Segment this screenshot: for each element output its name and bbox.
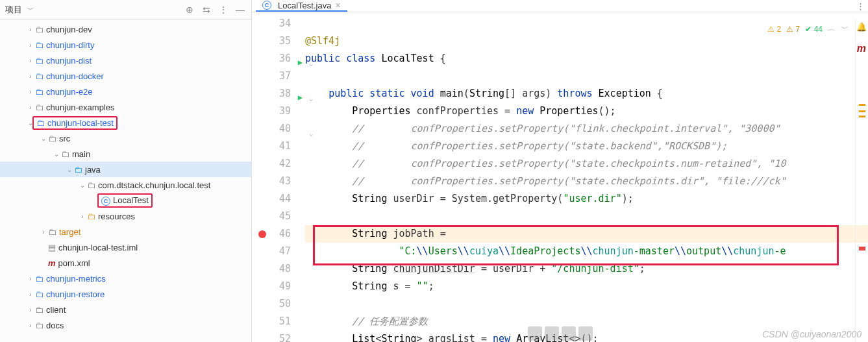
code-area[interactable]: 343536▶⌄3738▶⌄3940⌄414243444546474849505…: [252, 12, 868, 342]
tab-localtest[interactable]: C LocalTest.java ×: [256, 0, 347, 12]
tree-node[interactable]: ›🗀chunjun-metrics: [0, 271, 251, 286]
tree-node[interactable]: ›🗀resources: [0, 208, 251, 224]
line-number[interactable]: 39: [252, 103, 305, 120]
tree-node[interactable]: ›🗀chunjun-docker: [0, 68, 251, 84]
gutter[interactable]: 343536▶⌄3738▶⌄3940⌄414243444546474849505…: [252, 12, 305, 342]
error-badge[interactable]: ⚠ 2: [767, 25, 781, 34]
tab-more-icon[interactable]: ⋮: [852, 1, 868, 11]
tree-node[interactable]: ›🗀chunjun-e2e: [0, 84, 251, 99]
chevron-icon[interactable]: ›: [39, 228, 48, 236]
line-number[interactable]: 46: [252, 225, 305, 243]
tree-node[interactable]: ›🗀chunjun-restore: [0, 286, 251, 302]
code-line[interactable]: // confProperties.setProperty("state.che…: [305, 173, 868, 190]
line-number[interactable]: 41: [252, 138, 305, 155]
typo-badge[interactable]: ✔ 44: [805, 25, 823, 34]
line-number[interactable]: 35: [252, 32, 305, 50]
tree-node[interactable]: ⌄🗀chunjun-local-test: [0, 115, 251, 130]
code-line[interactable]: String userDir = System.getProperty("use…: [305, 190, 868, 208]
code-line[interactable]: public static void main(String[] args) t…: [305, 85, 868, 103]
marker[interactable]: [859, 104, 865, 106]
chevron-icon[interactable]: ›: [26, 57, 35, 64]
code-line[interactable]: // confProperties.setProperty("flink.che…: [305, 120, 868, 138]
chevron-icon[interactable]: ›: [26, 275, 35, 282]
chevron-icon[interactable]: ›: [26, 306, 35, 313]
tree-node[interactable]: ›🗀chunjun-dev: [0, 21, 251, 37]
line-number[interactable]: 48: [252, 260, 305, 278]
tree-node[interactable]: ▤chunjun-local-test.iml: [0, 239, 251, 255]
inspection-badges[interactable]: ⚠ 2 ⚠ 7 ✔ 44 ︿ ﹀: [767, 23, 849, 34]
tree-node[interactable]: ›🗀chunjun-dirty: [0, 37, 251, 53]
marker[interactable]: [859, 247, 865, 250]
chevron-icon[interactable]: ›: [26, 104, 35, 111]
tree-node[interactable]: ›🗀docs: [0, 317, 251, 333]
tree-node[interactable]: ›🗀chunjun-dist: [0, 53, 251, 68]
tree-node[interactable]: ⌄🗀java: [0, 162, 251, 177]
more-icon[interactable]: ⋮: [217, 4, 229, 16]
chevron-icon[interactable]: ⌄: [52, 151, 61, 158]
line-number[interactable]: 50: [252, 295, 305, 313]
chevron-icon[interactable]: ›: [26, 42, 35, 49]
minimize-icon[interactable]: —: [234, 4, 246, 16]
code-line[interactable]: // confProperties.setProperty("state.che…: [305, 155, 868, 173]
code-line[interactable]: String jobPath =: [305, 225, 868, 243]
chevron-icon[interactable]: ›: [26, 26, 35, 33]
chevron-icon[interactable]: ⌄: [65, 166, 74, 173]
warning-badge[interactable]: ⚠ 7: [786, 25, 800, 34]
chevron-icon[interactable]: ›: [26, 322, 35, 329]
code-line[interactable]: @Slf4j: [305, 32, 868, 50]
project-tree[interactable]: ›🗀chunjun-dev›🗀chunjun-dirty›🗀chunjun-di…: [0, 19, 251, 342]
tree-node[interactable]: mpom.xml: [0, 255, 251, 271]
tree-node[interactable]: ›🗀chunjun-examples: [0, 99, 251, 115]
line-number[interactable]: 42: [252, 155, 305, 173]
maven-icon[interactable]: m: [857, 43, 866, 55]
code-line[interactable]: String s = "";: [305, 278, 868, 295]
code-line[interactable]: [305, 208, 868, 225]
line-number[interactable]: 37: [252, 67, 305, 85]
tool-icon[interactable]: [545, 326, 559, 341]
line-number[interactable]: 38▶⌄: [252, 85, 305, 103]
tree-node[interactable]: CLocalTest: [0, 193, 251, 208]
code-line[interactable]: Properties confProperties = new Properti…: [305, 103, 868, 120]
chevron-icon[interactable]: ›: [26, 291, 35, 298]
line-number[interactable]: 44: [252, 190, 305, 208]
scroll-up-icon[interactable]: ︿: [828, 23, 836, 34]
code-line[interactable]: String chunjunDistDir = userDir + "/chun…: [305, 260, 868, 278]
line-number[interactable]: 40⌄: [252, 120, 305, 138]
tool-icon[interactable]: [528, 326, 542, 341]
tree-node[interactable]: ⌄🗀main: [0, 146, 251, 162]
chevron-icon[interactable]: ⌄: [78, 182, 87, 189]
chevron-down-icon[interactable]: ﹀: [27, 5, 34, 14]
bell-icon[interactable]: 🔔: [856, 22, 867, 32]
locate-icon[interactable]: ⊕: [184, 4, 195, 16]
code-line[interactable]: [305, 67, 868, 85]
marker[interactable]: [859, 110, 865, 112]
code-content[interactable]: @Slf4jpublic class LocalTest { public st…: [305, 12, 868, 342]
chevron-icon[interactable]: ⌄: [39, 135, 48, 142]
breakpoint-icon[interactable]: [258, 230, 266, 238]
line-number[interactable]: 51: [252, 313, 305, 330]
chevron-icon[interactable]: ›: [78, 213, 87, 220]
line-number[interactable]: 49: [252, 278, 305, 295]
tree-node[interactable]: ›🗀client: [0, 302, 251, 317]
chevron-icon[interactable]: ›: [26, 88, 35, 95]
code-line[interactable]: "C:\\Users\\cuiya\\IdeaProjects\\chunjun…: [305, 243, 868, 260]
tree-node[interactable]: ⌄🗀com.dtstack.chunjun.local.test: [0, 177, 251, 193]
line-number[interactable]: 36▶⌄: [252, 50, 305, 67]
close-icon[interactable]: ×: [335, 0, 340, 10]
line-number[interactable]: 52: [252, 330, 305, 342]
line-number[interactable]: 34: [252, 15, 305, 32]
line-number[interactable]: 47: [252, 243, 305, 260]
tool-icon[interactable]: [578, 326, 593, 341]
chevron-icon[interactable]: ›: [26, 73, 35, 80]
tree-node[interactable]: ›🗀target: [0, 224, 251, 239]
code-line[interactable]: // confProperties.setProperty("state.bac…: [305, 138, 868, 155]
code-line[interactable]: [305, 295, 868, 313]
collapse-icon[interactable]: ⇆: [201, 4, 212, 16]
line-number[interactable]: 43: [252, 173, 305, 190]
line-number[interactable]: 45: [252, 208, 305, 225]
marker[interactable]: [859, 116, 865, 117]
code-line[interactable]: public class LocalTest {: [305, 50, 868, 67]
tool-icon[interactable]: [562, 326, 576, 341]
tree-node[interactable]: ⌄🗀src: [0, 130, 251, 146]
scroll-down-icon[interactable]: ﹀: [841, 23, 849, 34]
